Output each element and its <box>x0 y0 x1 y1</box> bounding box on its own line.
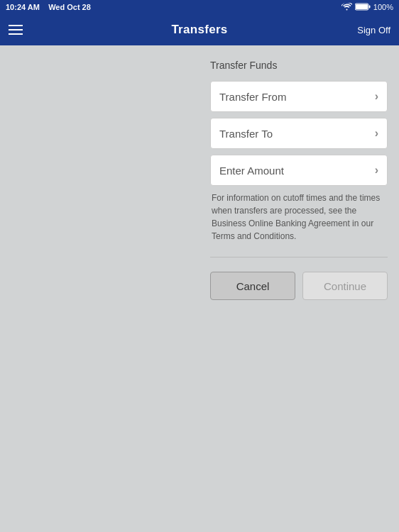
right-panel: Transfer Funds Transfer From › Transfer … <box>199 45 399 532</box>
nav-bar: Transfers Sign Off <box>0 14 399 45</box>
enter-amount-field[interactable]: Enter Amount › <box>210 155 388 186</box>
hamburger-menu-button[interactable] <box>9 25 23 35</box>
continue-button[interactable]: Continue <box>302 272 388 300</box>
transfer-from-label: Transfer From <box>219 91 286 103</box>
status-time: 10:24 AM <box>6 3 40 11</box>
info-text: For information on cutoff times and the … <box>210 192 388 243</box>
hamburger-icon <box>9 29 23 31</box>
main-layout: Transfer Funds Transfer From › Transfer … <box>0 45 399 532</box>
status-date: Wed Oct 28 <box>48 3 91 11</box>
status-indicators: 100% <box>341 3 393 12</box>
svg-rect-2 <box>368 5 370 8</box>
wifi-icon <box>341 3 352 12</box>
enter-amount-label: Enter Amount <box>219 165 284 177</box>
section-title: Transfer Funds <box>210 60 388 71</box>
transfer-from-field[interactable]: Transfer From › <box>210 81 388 112</box>
sign-off-button[interactable]: Sign Off <box>357 25 390 35</box>
hamburger-icon <box>9 33 23 35</box>
svg-rect-1 <box>356 4 368 9</box>
chevron-right-icon: › <box>375 90 378 103</box>
chevron-right-icon: › <box>375 127 378 140</box>
status-time-date: 10:24 AM Wed Oct 28 <box>6 3 91 11</box>
left-panel <box>0 45 199 532</box>
hamburger-icon <box>9 25 23 26</box>
cancel-button[interactable]: Cancel <box>210 272 295 300</box>
status-bar: 10:24 AM Wed Oct 28 100% <box>0 0 399 14</box>
chevron-right-icon: › <box>375 164 378 177</box>
page-title: Transfers <box>171 23 227 37</box>
transfer-to-label: Transfer To <box>219 128 273 140</box>
battery-percentage: 100% <box>373 3 393 11</box>
battery-icon <box>355 3 371 12</box>
button-row: Cancel Continue <box>210 272 388 300</box>
divider <box>210 257 388 257</box>
transfer-to-field[interactable]: Transfer To › <box>210 118 388 149</box>
